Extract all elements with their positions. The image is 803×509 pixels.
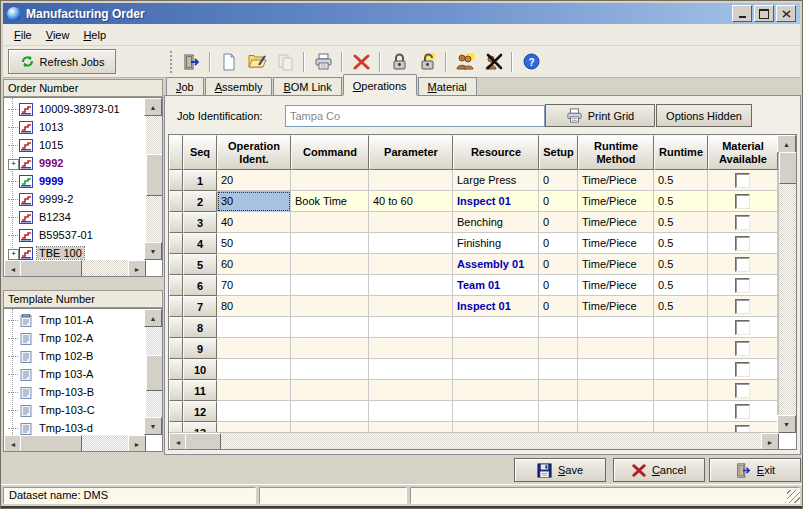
cell-runtime[interactable]: 0.5 xyxy=(654,254,708,275)
cell-parameter[interactable] xyxy=(369,296,453,317)
tree-item-template[interactable]: Tmp 102-A xyxy=(4,329,146,347)
cell-setup[interactable]: 0 xyxy=(539,233,578,254)
cell-setup[interactable] xyxy=(539,338,578,359)
scroll-down-arrow[interactable]: ▼ xyxy=(144,417,162,435)
scroll-down-arrow[interactable]: ▼ xyxy=(144,242,162,260)
cell-seq[interactable]: 20 xyxy=(217,170,291,191)
tree-item-template[interactable]: Tmp 101-A xyxy=(4,311,146,329)
cell-seq[interactable]: 80 xyxy=(217,296,291,317)
cell-command[interactable] xyxy=(291,170,369,191)
cell-parameter[interactable] xyxy=(369,254,453,275)
material-available-checkbox[interactable] xyxy=(735,236,750,251)
menu-view[interactable]: View xyxy=(39,27,77,43)
grid-vertical-scrollbar[interactable]: ▲ ▼ xyxy=(778,135,796,433)
new-document-toolbar-button[interactable] xyxy=(216,49,242,75)
cell-runtime[interactable]: 0.5 xyxy=(654,170,708,191)
material-available-checkbox[interactable] xyxy=(735,320,750,335)
cell-runtime-method[interactable]: Time/Piece xyxy=(578,254,654,275)
cell-command[interactable]: Book Time xyxy=(291,191,369,212)
cell-setup[interactable] xyxy=(539,380,578,401)
cell-parameter[interactable]: 40 to 60 xyxy=(369,191,453,212)
tree-item-order[interactable]: B1234 xyxy=(4,208,146,226)
cell-runtime[interactable]: 0.5 xyxy=(654,275,708,296)
row-header[interactable]: 6 xyxy=(183,275,217,296)
cell-parameter[interactable] xyxy=(369,338,453,359)
tree-item-order-selected[interactable]: +TBE 100 xyxy=(4,244,146,260)
col-header-runtime[interactable]: Runtime xyxy=(654,135,708,170)
cell-setup[interactable] xyxy=(539,359,578,380)
cell-parameter[interactable] xyxy=(369,359,453,380)
scroll-up-arrow[interactable]: ▲ xyxy=(144,98,162,116)
cell-runtime-method[interactable]: Time/Piece xyxy=(578,275,654,296)
scroll-thumb[interactable] xyxy=(146,154,163,196)
row-header[interactable]: 10 xyxy=(183,359,217,380)
cell-parameter[interactable] xyxy=(369,233,453,254)
cell-command[interactable] xyxy=(291,317,369,338)
cell-command[interactable] xyxy=(291,212,369,233)
col-header-runtime-method[interactable]: Runtime Method xyxy=(578,135,654,170)
lock-toolbar-button[interactable] xyxy=(386,49,412,75)
cell-seq[interactable]: 40 xyxy=(217,212,291,233)
help-toolbar-button[interactable]: ? xyxy=(518,49,544,75)
cell-resource[interactable]: Finishing xyxy=(453,233,539,254)
cell-resource[interactable]: Benching xyxy=(453,212,539,233)
template-tree-vertical-scrollbar[interactable]: ▲ ▼ xyxy=(146,309,162,435)
cell-command[interactable] xyxy=(291,233,369,254)
row-header[interactable]: 11 xyxy=(183,380,217,401)
row-header[interactable]: 7 xyxy=(183,296,217,317)
add-resources-toolbar-button[interactable] xyxy=(452,49,478,75)
col-header-operation-ident[interactable]: Operation Ident. xyxy=(217,135,291,170)
row-header[interactable]: 8 xyxy=(183,317,217,338)
tree-item-order[interactable]: 10009-38973-01 xyxy=(4,100,146,118)
cell-runtime[interactable] xyxy=(654,317,708,338)
tree-item-order[interactable]: +9992 xyxy=(4,154,146,172)
cell-seq[interactable]: 70 xyxy=(217,275,291,296)
cell-setup[interactable] xyxy=(539,401,578,422)
cell-parameter[interactable] xyxy=(369,170,453,191)
row-header[interactable]: 12 xyxy=(183,401,217,422)
col-header-parameter[interactable]: Parameter xyxy=(369,135,453,170)
grid-horizontal-scrollbar[interactable]: ◄ ► xyxy=(169,432,779,449)
tab-bom-link[interactable]: BOM Link xyxy=(273,77,341,95)
tree-expander[interactable]: + xyxy=(8,159,19,170)
cell-runtime[interactable] xyxy=(654,380,708,401)
remove-resources-toolbar-button[interactable] xyxy=(480,49,506,75)
menu-help[interactable]: Help xyxy=(76,27,113,43)
unlock-toolbar-button[interactable] xyxy=(414,49,440,75)
tree-item-order[interactable]: 9999 xyxy=(4,172,146,190)
cell-resource[interactable]: Inspect 01 xyxy=(453,296,539,317)
print-toolbar-button[interactable] xyxy=(310,49,336,75)
cell-parameter[interactable] xyxy=(369,380,453,401)
tree-item-template[interactable]: Tmp 102-B xyxy=(4,347,146,365)
scroll-right-arrow[interactable]: ► xyxy=(128,260,146,277)
cell-resource[interactable]: Inspect 01 xyxy=(453,191,539,212)
row-header[interactable]: 4 xyxy=(183,233,217,254)
cell-resource[interactable] xyxy=(453,317,539,338)
cell-command[interactable] xyxy=(291,359,369,380)
save-button[interactable]: Save xyxy=(514,458,606,482)
cell-runtime-method[interactable]: Time/Piece xyxy=(578,296,654,317)
cell-runtime-method[interactable]: Time/Piece xyxy=(578,170,654,191)
material-available-checkbox[interactable] xyxy=(735,257,750,272)
row-header[interactable]: 5 xyxy=(183,254,217,275)
material-available-checkbox[interactable] xyxy=(735,215,750,230)
job-identification-input[interactable] xyxy=(285,105,545,127)
col-header-material-available[interactable]: Material Available xyxy=(708,135,778,170)
tree-item-template[interactable]: Tmp 103-A xyxy=(4,365,146,383)
material-available-checkbox[interactable] xyxy=(735,362,750,377)
row-header[interactable]: 1 xyxy=(183,170,217,191)
col-header-resource[interactable]: Resource xyxy=(453,135,539,170)
cell-runtime-method[interactable] xyxy=(578,380,654,401)
edit-folder-toolbar-button[interactable] xyxy=(244,49,270,75)
cancel-button[interactable]: Cancel xyxy=(613,458,705,482)
template-tree-horizontal-scrollbar[interactable]: ◄ ► xyxy=(4,435,146,451)
copy-toolbar-button[interactable] xyxy=(272,49,298,75)
cell-parameter[interactable] xyxy=(369,317,453,338)
cell-runtime-method[interactable] xyxy=(578,401,654,422)
tree-item-order[interactable]: 9999-2 xyxy=(4,190,146,208)
cell-command[interactable] xyxy=(291,275,369,296)
tree-item-order[interactable]: 1013 xyxy=(4,118,146,136)
cell-resource[interactable] xyxy=(453,338,539,359)
row-header[interactable]: 9 xyxy=(183,338,217,359)
minimize-button[interactable] xyxy=(732,5,752,22)
